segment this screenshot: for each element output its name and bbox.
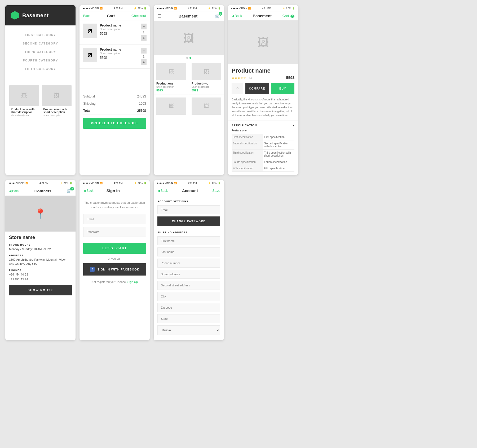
spec-label-4: Fourth specification bbox=[232, 159, 263, 165]
signin-status-bar: ●●●●● VIRGIN 📶 4:21 PM ⚡ 22% 🔋 bbox=[80, 180, 150, 186]
qty-number: 1 bbox=[143, 30, 145, 34]
image-placeholder-icon: 🖼 bbox=[21, 92, 27, 99]
product-grid-item-4[interactable]: 🖼 bbox=[189, 95, 224, 119]
city-input[interactable] bbox=[157, 292, 220, 301]
qty-plus-btn[interactable]: + bbox=[141, 35, 147, 41]
qty-minus-btn[interactable]: − bbox=[141, 24, 147, 29]
qty-plus-btn-2[interactable]: + bbox=[141, 59, 147, 65]
sidebar-item-fifth[interactable]: FIFTH CATEGORY bbox=[5, 65, 76, 73]
product-list-nav: ☰ Basement 🛒 3 bbox=[154, 11, 224, 21]
status-bar-2: ●●●●● VIRGIN 📶 4:21 PM ⚡ 22% 🔋 bbox=[154, 5, 224, 11]
account-back-button[interactable]: ◀ Back bbox=[157, 189, 168, 193]
contacts-cart-count: 3 bbox=[70, 187, 74, 190]
sidebar-product-2-desc: Short description bbox=[42, 114, 72, 117]
account-panel: ●●●●● VIRGIN 📶 4:21 PM ⚡ 22% 🔋 ◀ Back Ac… bbox=[154, 180, 224, 340]
signup-link-section: Not registered yet? Please, Sign Up bbox=[83, 280, 146, 288]
cart-nav-bar: Back Cart Checkout bbox=[80, 11, 150, 20]
account-email-input[interactable] bbox=[157, 205, 220, 214]
dot-1[interactable] bbox=[186, 57, 188, 59]
battery-text-2: 22% bbox=[212, 7, 217, 10]
contacts-cart-badge[interactable]: 🛒 3 bbox=[67, 188, 72, 193]
last-name-input[interactable] bbox=[157, 247, 220, 256]
product-meta: ★★★☆☆ 13 559$ bbox=[228, 75, 298, 83]
lets-start-button[interactable]: LET'S START bbox=[83, 243, 146, 254]
product-grid-item-3[interactable]: 🖼 bbox=[154, 95, 189, 119]
hamburger-icon[interactable]: ☰ bbox=[157, 14, 161, 19]
zip-input[interactable] bbox=[157, 303, 220, 312]
cart-item-1-desc: Short description bbox=[100, 28, 138, 31]
product-name: Product name bbox=[228, 64, 298, 75]
cart-item-1-price: 559$ bbox=[100, 32, 138, 36]
battery-text-s: 22% bbox=[138, 182, 143, 184]
sidebar-item-first[interactable]: FIRST CATEGORY bbox=[5, 31, 76, 39]
change-password-button[interactable]: CHANGE PASSWORD bbox=[157, 216, 220, 226]
sidebar-product-2[interactable]: 🖼 Product name with short description Sh… bbox=[42, 85, 72, 119]
map-pin-icon: 📍 bbox=[34, 208, 46, 219]
state-input[interactable] bbox=[157, 314, 220, 323]
signal-text-2: ●●●●● VIRGIN bbox=[157, 7, 173, 10]
image-placeholder-icon: 🖼 bbox=[204, 69, 209, 75]
phones-label: PHONES bbox=[9, 269, 72, 272]
country-select[interactable]: Russia United States Germany France bbox=[157, 325, 220, 335]
signup-prompt-text: Not registered yet? Please, bbox=[91, 280, 127, 283]
wifi-icon-c: 📶 bbox=[25, 182, 28, 184]
signin-back-button[interactable]: ◀ Back bbox=[83, 189, 94, 193]
sidebar-product-1-name: Product name with short description bbox=[9, 106, 39, 114]
cart-count: 3 bbox=[219, 12, 222, 16]
street-address-input[interactable] bbox=[157, 270, 220, 279]
product-grid-desc-2: Short description bbox=[192, 86, 221, 88]
account-title: Account bbox=[182, 188, 198, 193]
compare-button[interactable]: COMPARE bbox=[245, 83, 269, 94]
spec-label-5: Fifth specification bbox=[232, 165, 263, 171]
contacts-back-button[interactable]: ◀ Back bbox=[9, 189, 19, 193]
save-button[interactable]: Save bbox=[212, 189, 220, 193]
status-left: ●●●●● VIRGIN 📶 bbox=[83, 7, 103, 10]
feature-label: Feature one bbox=[232, 129, 294, 132]
buy-button[interactable]: BUY bbox=[271, 83, 295, 94]
product-rating: ★★★☆☆ 13 bbox=[232, 75, 252, 80]
shipping-label: Shipping bbox=[83, 102, 96, 105]
proceed-checkout-button[interactable]: PROCEED TO CHECKOUT bbox=[83, 118, 146, 129]
status-right-a: ⚡ 22% 🔋 bbox=[208, 182, 221, 184]
first-name-input[interactable] bbox=[157, 236, 220, 245]
wishlist-button[interactable]: ♡ bbox=[232, 83, 243, 94]
back-button[interactable]: Back bbox=[83, 14, 90, 18]
image-placeholder-icon: 🖼 bbox=[54, 92, 60, 99]
cart-item-2-details: Product name Short description 559$ bbox=[100, 48, 138, 60]
detail-cart-link[interactable]: Cart 3 bbox=[282, 14, 294, 18]
cart-badge[interactable]: 🛒 3 bbox=[215, 14, 220, 19]
product-list-panel: ●●●●● VIRGIN 📶 4:21 PM ⚡ 22% 🔋 ☰ Basemen… bbox=[154, 5, 224, 175]
chevron-down-icon: ▾ bbox=[293, 124, 295, 127]
sidebar-item-second[interactable]: SECOND CATEGORY bbox=[5, 39, 76, 48]
cart-title: Cart bbox=[107, 14, 115, 18]
dot-2[interactable] bbox=[189, 57, 191, 59]
sidebar-product-1-desc: Short description bbox=[9, 114, 39, 117]
password-input[interactable] bbox=[83, 227, 146, 237]
email-input[interactable] bbox=[83, 214, 146, 224]
stars-icon: ★★★☆☆ bbox=[232, 76, 246, 80]
time-display-3: 4:21 PM bbox=[262, 7, 271, 10]
spec-row-5: Fifth specification Fifth specification bbox=[232, 165, 294, 172]
image-placeholder-icon: 🖼 bbox=[169, 103, 174, 109]
signup-link[interactable]: Sign Up bbox=[127, 280, 138, 283]
facebook-signin-button[interactable]: f SIGN IN WITH FACEBOOK bbox=[83, 263, 146, 276]
checkout-link[interactable]: Checkout bbox=[131, 14, 146, 18]
time-display-2: 4:21 PM bbox=[188, 7, 197, 10]
show-route-button[interactable]: SHOW ROUTE bbox=[9, 285, 72, 295]
product-grid-item-1[interactable]: 🖼 Product one Short description 559$ bbox=[154, 60, 189, 95]
product-grid-item-2[interactable]: 🖼 Product two Short description 559$ bbox=[189, 60, 224, 95]
product-grid-img-4: 🖼 bbox=[192, 97, 221, 115]
product-grid-price-2: 559$ bbox=[192, 89, 221, 92]
sidebar-item-third[interactable]: THIRD CATEGORY bbox=[5, 48, 76, 56]
product-detail-image: 🖼 bbox=[228, 20, 298, 64]
time-display-c: 4:21 PM bbox=[39, 182, 48, 184]
phone-input[interactable] bbox=[157, 259, 220, 268]
spec-header: SPECIFICATION ▾ bbox=[232, 124, 294, 127]
qty-minus-btn-2[interactable]: − bbox=[141, 48, 147, 54]
detail-back-button[interactable]: ◀ Back bbox=[232, 14, 242, 18]
street-address-2-input[interactable] bbox=[157, 281, 220, 290]
account-content: ACCOUNT SETTINGS CHANGE PASSWORD SHIPPIN… bbox=[154, 195, 224, 340]
subtotal-row: Subtotal 2459$ bbox=[83, 93, 146, 100]
sidebar-product-1[interactable]: 🖼 Product name with short description Sh… bbox=[9, 85, 39, 119]
sidebar-item-fourth[interactable]: FOURTH CATEGORY bbox=[5, 56, 76, 65]
